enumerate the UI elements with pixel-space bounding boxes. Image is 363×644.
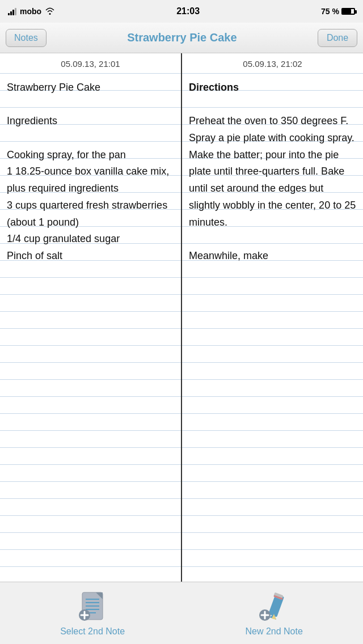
status-bar: mobo 21:03 75 % [0, 0, 363, 23]
status-time: 21:03 [176, 6, 200, 16]
status-left: mobo [8, 7, 55, 16]
new-2nd-note-icon [256, 590, 292, 623]
note1-timestamp: 05.09.13, 21:01 [0, 53, 181, 74]
new-2nd-note-button[interactable]: New 2nd Note [245, 590, 302, 637]
signal-icon [8, 7, 16, 15]
status-right: 75 % [321, 7, 355, 16]
bottom-toolbar: Select 2nd Note New 2nd Note [0, 582, 363, 644]
battery-percent: 75 % [321, 7, 339, 16]
carrier-label: mobo [20, 7, 41, 16]
new-2nd-note-label: New 2nd Note [245, 626, 302, 637]
back-button[interactable]: Notes [6, 29, 47, 47]
select-2nd-note-icon [74, 590, 111, 623]
note1-body[interactable]: Strawberry Pie CakeIngredientsCooking sp… [0, 74, 181, 582]
select-2nd-note-label: Select 2nd Note [60, 626, 125, 637]
content-area: 05.09.13, 21:01 Strawberry Pie CakeIngre… [0, 53, 363, 582]
note2-timestamp: 05.09.13, 21:02 [182, 53, 363, 74]
note1-content: Strawberry Pie CakeIngredientsCooking sp… [7, 82, 169, 261]
wifi-icon [45, 7, 55, 16]
note2-body[interactable]: DirectionsPreheat the oven to 350 degree… [182, 74, 363, 582]
nav-title: Strawberry Pie Cake [47, 31, 318, 44]
note-panel-2: 05.09.13, 21:02 DirectionsPreheat the ov… [182, 53, 363, 582]
battery-icon [341, 8, 355, 15]
nav-bar: Notes Strawberry Pie Cake Done [0, 23, 363, 53]
note-panel-1: 05.09.13, 21:01 Strawberry Pie CakeIngre… [0, 53, 182, 582]
select-2nd-note-button[interactable]: Select 2nd Note [60, 590, 125, 637]
note2-content: DirectionsPreheat the oven to 350 degree… [189, 82, 356, 261]
done-button[interactable]: Done [318, 29, 357, 47]
